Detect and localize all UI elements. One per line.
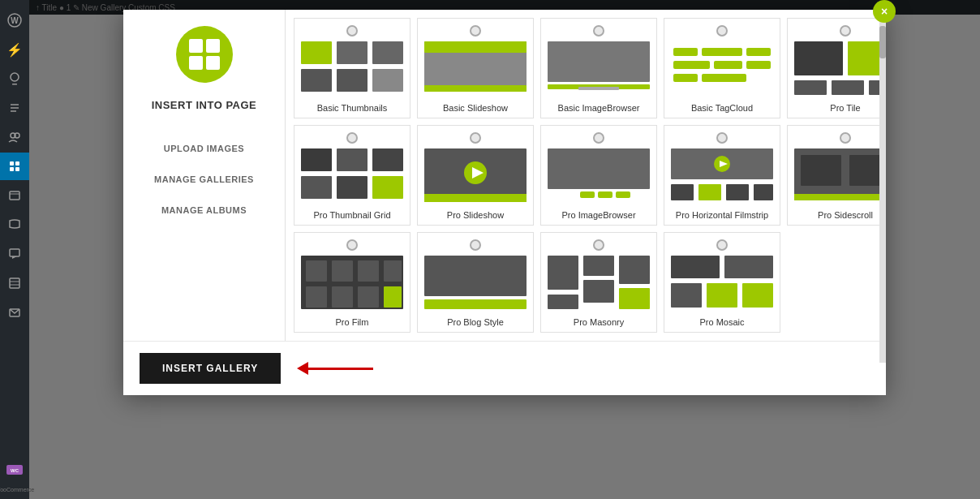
sidebar-icon-woo[interactable]: WC	[0, 456, 29, 484]
wordpress-sidebar: W ⚡ WC WooCommerce	[0, 0, 29, 499]
svg-rect-13	[10, 191, 19, 200]
svg-text:W: W	[11, 16, 19, 25]
svg-rect-52	[372, 176, 403, 199]
name-pro-thumbnail-grid: Pro Thumbnail Grid	[313, 210, 390, 220]
sidebar-icon-9[interactable]	[0, 269, 29, 297]
radio-pro-horizontal-filmstrip[interactable]	[716, 132, 728, 144]
nav-upload-images[interactable]: UPLOAD IMAGES	[131, 136, 277, 161]
close-button[interactable]: ×	[873, 0, 896, 23]
name-pro-masonry: Pro Masonry	[574, 317, 624, 327]
thumb-pro-slideshow	[423, 147, 528, 204]
sidebar-icon-2[interactable]	[0, 65, 29, 92]
svg-rect-83	[548, 256, 578, 290]
insert-title: INSERT INTO PAGE	[152, 99, 257, 111]
radio-pro-film[interactable]	[346, 239, 358, 251]
sidebar-icon-1[interactable]: ⚡	[0, 36, 29, 63]
svg-rect-87	[548, 295, 578, 309]
radio-pro-imagebrowser[interactable]	[593, 132, 604, 144]
arrow-line	[308, 368, 373, 370]
gallery-item-pro-film[interactable]: Pro Film	[294, 232, 410, 333]
sidebar-icon-6[interactable]	[0, 182, 29, 209]
insert-gallery-button[interactable]: INSERT GALLERY	[140, 353, 281, 384]
name-pro-sidescroll: Pro Sidescroll	[818, 210, 873, 220]
sidebar-icon-wp[interactable]: W	[0, 6, 29, 34]
sidebar-icon-5[interactable]	[0, 153, 29, 180]
radio-basic-slideshow[interactable]	[470, 25, 481, 37]
gallery-item-pro-imagebrowser[interactable]: Pro ImageBrowser	[540, 125, 657, 226]
svg-rect-60	[616, 191, 630, 198]
dialog-overlay: × INSERT INTO PAGE	[29, 0, 980, 499]
scrollbar-thumb[interactable]	[879, 26, 886, 58]
svg-rect-78	[332, 286, 353, 308]
radio-pro-sidescroll[interactable]	[840, 132, 851, 144]
gallery-dialog: × INSERT INTO PAGE	[123, 10, 886, 395]
radio-pro-masonry[interactable]	[593, 239, 604, 251]
gallery-item-basic-slideshow[interactable]: Basic Slideshow	[417, 18, 534, 118]
nextgen-logo	[176, 26, 233, 83]
svg-rect-88	[619, 288, 650, 309]
svg-rect-16	[10, 278, 19, 288]
name-basic-slideshow: Basic Slideshow	[443, 103, 508, 113]
thumb-basic-slideshow	[423, 40, 528, 97]
gallery-item-pro-horizontal-filmstrip[interactable]: Pro Horizontal Filmstrip	[664, 125, 780, 226]
nav-manage-albums[interactable]: MANAGE ALBUMS	[131, 197, 277, 223]
svg-rect-30	[424, 85, 527, 92]
arrow-head	[297, 362, 308, 375]
radio-basic-tagcloud[interactable]	[716, 25, 728, 37]
svg-rect-92	[707, 283, 737, 308]
svg-rect-40	[673, 74, 698, 82]
radio-pro-slideshow[interactable]	[470, 132, 481, 144]
gallery-item-pro-slideshow[interactable]: Pro Slideshow	[417, 125, 534, 226]
radio-pro-mosaic[interactable]	[716, 239, 728, 251]
nav-manage-galleries[interactable]: MANAGE GALLERIES	[131, 166, 277, 192]
svg-rect-24	[372, 41, 403, 64]
thumb-basic-imagebrowser	[546, 40, 651, 97]
svg-rect-26	[337, 69, 368, 92]
svg-rect-90	[724, 256, 773, 278]
sidebar-icon-3[interactable]	[0, 94, 29, 122]
gallery-item-basic-imagebrowser[interactable]: Basic ImageBrowser	[540, 18, 657, 118]
logo-cell-1	[189, 39, 203, 53]
thumb-pro-thumbnail-grid	[299, 147, 405, 204]
sidebar-icon-4[interactable]	[0, 123, 29, 151]
thumb-basic-tagcloud	[669, 40, 775, 97]
radio-basic-thumbnails[interactable]	[346, 25, 358, 37]
gallery-item-pro-tile[interactable]: Pro Tile	[787, 18, 886, 118]
gallery-item-basic-tagcloud[interactable]: Basic TagCloud	[664, 18, 780, 118]
svg-rect-67	[754, 184, 773, 200]
dialog-footer: INSERT GALLERY	[123, 341, 886, 395]
sidebar-icon-7[interactable]	[0, 211, 29, 239]
svg-rect-57	[548, 148, 650, 189]
name-pro-imagebrowser: Pro ImageBrowser	[561, 210, 635, 220]
thumb-pro-sidescroll	[793, 147, 886, 204]
sidebar-bottom: WC WooCommerce	[0, 456, 29, 499]
gallery-item-pro-blog-style[interactable]: Pro Blog Style	[417, 232, 534, 333]
svg-rect-39	[746, 61, 771, 69]
dialog-body: INSERT INTO PAGE UPLOAD IMAGES MANAGE GA…	[123, 10, 886, 341]
svg-rect-64	[671, 184, 694, 200]
gallery-item-basic-thumbnails[interactable]: Basic Thumbnails	[294, 18, 410, 118]
gallery-item-pro-sidescroll[interactable]: Pro Sidescroll	[787, 125, 886, 226]
svg-rect-89	[671, 256, 720, 278]
svg-rect-81	[424, 256, 527, 296]
svg-rect-73	[306, 260, 327, 282]
svg-rect-86	[583, 280, 614, 303]
radio-pro-tile[interactable]	[840, 25, 851, 37]
gallery-item-pro-thumbnail-grid[interactable]: Pro Thumbnail Grid	[294, 125, 410, 226]
name-basic-thumbnails: Basic Thumbnails	[317, 103, 388, 113]
radio-pro-thumbnail-grid[interactable]	[346, 132, 358, 144]
svg-rect-34	[673, 48, 698, 56]
sidebar-icon-8[interactable]	[0, 240, 29, 268]
scrollbar-track[interactable]	[879, 10, 886, 363]
svg-rect-66	[726, 184, 749, 200]
gallery-item-pro-mosaic[interactable]: Pro Mosaic	[664, 232, 780, 333]
radio-pro-blog-style[interactable]	[470, 239, 481, 251]
svg-rect-58	[580, 191, 595, 198]
arrow-indicator	[297, 362, 373, 375]
radio-basic-imagebrowser[interactable]	[593, 25, 604, 37]
sidebar-icon-mail[interactable]	[0, 299, 29, 326]
svg-rect-50	[301, 176, 332, 199]
svg-rect-35	[702, 48, 742, 56]
svg-rect-56	[424, 194, 527, 202]
gallery-item-pro-masonry[interactable]: Pro Masonry	[540, 232, 657, 333]
